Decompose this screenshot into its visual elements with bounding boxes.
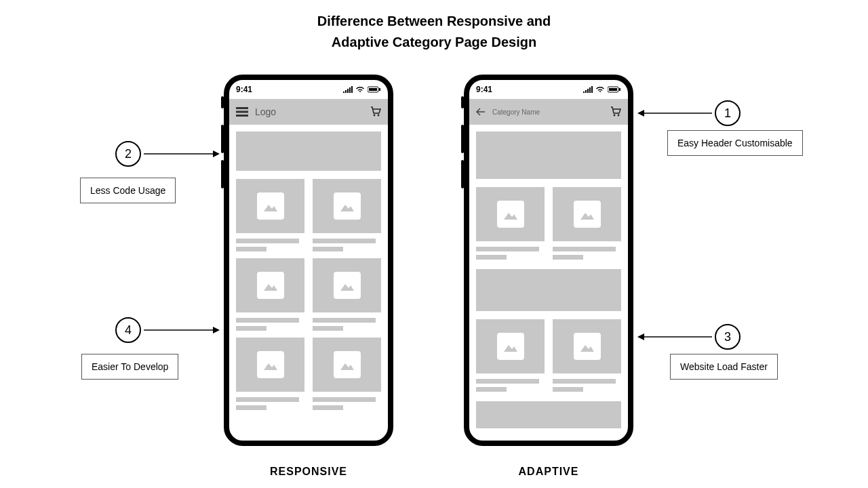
svg-marker-23 [637, 333, 644, 340]
image-icon [579, 340, 595, 353]
promo-banner-2 [476, 401, 621, 428]
cart-icon[interactable] [370, 106, 381, 117]
callout-3-arrow [637, 332, 712, 342]
phone-left-label: RESPONSIVE [224, 466, 393, 478]
phone-right-label: ADAPTIVE [464, 466, 633, 478]
signal-icon [343, 86, 353, 93]
status-time: 9:41 [236, 85, 252, 94]
category-name-text: Category Name [492, 108, 540, 116]
svg-marker-17 [580, 213, 594, 220]
wifi-icon [355, 86, 365, 93]
cart-icon[interactable] [610, 106, 621, 117]
callout-2-text: Less Code Usage [80, 178, 176, 203]
phone-responsive: 9:41 Logo [224, 75, 393, 446]
status-bar: 9:41 [469, 80, 628, 99]
logo-text: Logo [255, 106, 276, 117]
hero-banner [476, 131, 621, 179]
image-icon [339, 358, 355, 371]
product-grid [236, 179, 381, 410]
product-card[interactable] [313, 258, 381, 331]
svg-point-14 [614, 115, 616, 117]
wifi-icon [595, 86, 605, 93]
image-icon [502, 207, 519, 221]
battery-icon [608, 86, 621, 93]
svg-marker-27 [213, 327, 220, 333]
callout-3-text: Website Load Faster [670, 354, 778, 380]
product-card[interactable] [313, 179, 381, 251]
product-card[interactable] [553, 187, 621, 260]
product-grid [476, 187, 621, 260]
product-card[interactable] [313, 338, 381, 410]
title-line-2: Adaptive Category Page Design [0, 32, 868, 53]
svg-rect-13 [619, 88, 620, 91]
svg-marker-6 [340, 205, 354, 211]
image-icon [262, 279, 279, 292]
status-icons [583, 86, 621, 93]
svg-marker-16 [504, 213, 517, 220]
product-card[interactable] [476, 187, 545, 260]
svg-marker-10 [340, 363, 354, 370]
product-card[interactable] [553, 319, 621, 392]
back-arrow-icon[interactable] [476, 108, 486, 116]
status-bar: 9:41 [229, 80, 388, 99]
image-icon [502, 340, 519, 353]
diagram-title: Difference Between Responsive and Adapti… [0, 11, 868, 53]
callout-1-number: 1 [715, 100, 741, 126]
title-line-1: Difference Between Responsive and [0, 11, 868, 32]
svg-point-15 [618, 115, 620, 117]
hero-banner [236, 131, 381, 171]
app-header: Logo [229, 99, 388, 125]
status-icons [343, 86, 381, 93]
callout-3-number: 3 [715, 324, 741, 350]
content-area [229, 125, 388, 410]
svg-marker-21 [637, 110, 644, 117]
callout-2-number: 2 [115, 141, 141, 167]
svg-rect-1 [369, 88, 377, 91]
product-card[interactable] [236, 179, 304, 251]
svg-marker-5 [264, 205, 277, 211]
phone-adaptive: 9:41 Category Name [464, 75, 633, 446]
svg-marker-18 [504, 345, 517, 352]
signal-icon [583, 86, 593, 93]
image-icon [262, 199, 279, 213]
callout-1-text: Easy Header Customisable [667, 130, 803, 156]
hamburger-icon[interactable] [236, 107, 248, 117]
callout-2-arrow [144, 149, 220, 159]
product-card[interactable] [476, 319, 545, 392]
product-card[interactable] [236, 258, 304, 331]
svg-marker-7 [264, 284, 277, 291]
content-area [469, 125, 628, 428]
svg-point-4 [378, 115, 380, 117]
svg-marker-19 [580, 345, 594, 352]
svg-marker-9 [264, 363, 277, 370]
app-header: Category Name [469, 99, 628, 125]
callout-1-arrow [637, 108, 712, 118]
battery-icon [368, 86, 381, 93]
status-time: 9:41 [476, 85, 492, 94]
image-icon [262, 358, 279, 371]
promo-banner [476, 269, 621, 311]
svg-marker-8 [340, 284, 354, 291]
image-icon [339, 279, 355, 292]
callout-4-text: Easier To Develop [81, 354, 178, 380]
callout-4-arrow [144, 325, 220, 335]
callout-4-number: 4 [115, 317, 141, 343]
svg-point-3 [374, 115, 376, 117]
svg-rect-2 [379, 88, 380, 91]
svg-rect-12 [609, 88, 617, 91]
image-icon [339, 199, 355, 213]
product-card[interactable] [236, 338, 304, 410]
svg-marker-25 [213, 150, 220, 157]
product-grid-2 [476, 319, 621, 392]
image-icon [579, 207, 595, 221]
